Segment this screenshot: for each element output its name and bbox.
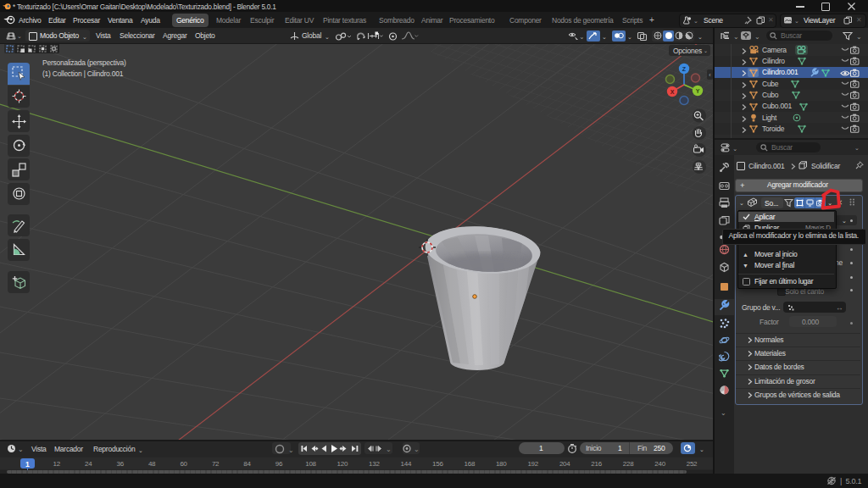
svg-text:⌄: ⌄ <box>733 33 739 41</box>
svg-text:⌄: ⌄ <box>754 33 760 41</box>
svg-text:Y: Y <box>696 88 700 94</box>
svg-text:⌄: ⌄ <box>579 33 583 41</box>
svg-text:X: X <box>670 89 675 95</box>
svg-text:⌄: ⌄ <box>288 446 294 453</box>
svg-text:⌄: ⌄ <box>856 33 862 41</box>
svg-text:Z: Z <box>682 66 687 72</box>
svg-text:⌄: ⌄ <box>414 446 420 453</box>
svg-text:⌄: ⌄ <box>386 446 392 453</box>
svg-text:⌄: ⌄ <box>18 446 24 453</box>
svg-text:⌄: ⌄ <box>732 145 737 152</box>
